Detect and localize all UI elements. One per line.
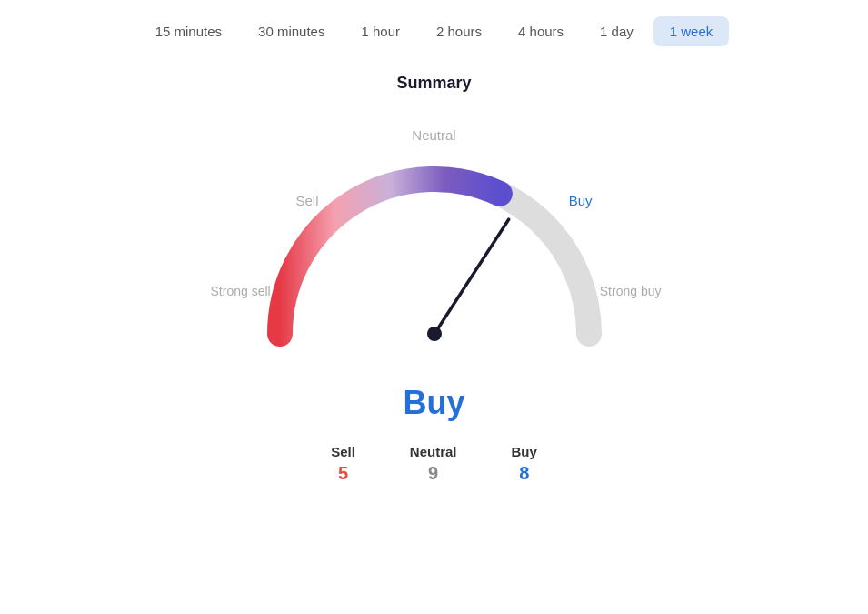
stat-value-buy: 8 — [519, 463, 529, 484]
svg-point-1 — [427, 327, 442, 341]
stats-row: Sell5Neutral9Buy8 — [331, 444, 537, 484]
stat-label-buy: Buy — [512, 444, 537, 459]
summary-title: Summary — [396, 74, 471, 93]
stat-value-neutral: 9 — [428, 463, 438, 484]
stat-item-buy: Buy8 — [512, 444, 537, 484]
stat-item-neutral: Neutral9 — [410, 444, 457, 484]
time-tab-30-minutes[interactable]: 30 minutes — [242, 16, 341, 46]
time-tab-1-day[interactable]: 1 day — [584, 16, 650, 46]
time-tab-2-hours[interactable]: 2 hours — [420, 16, 498, 46]
summary-section: Summary Neutral Sell Buy Strong sell Str… — [0, 74, 868, 422]
result-label: Buy — [403, 384, 464, 422]
time-filter-tabs: 15 minutes30 minutes1 hour2 hours4 hours… — [139, 16, 730, 46]
stat-item-sell: Sell5 — [331, 444, 355, 484]
time-tab-1-week[interactable]: 1 week — [653, 16, 730, 46]
time-tab-4-hours[interactable]: 4 hours — [502, 16, 580, 46]
gauge-wrapper: Neutral Sell Buy Strong sell Strong buy — [198, 102, 671, 375]
gauge-svg — [198, 102, 671, 375]
stat-label-sell: Sell — [331, 444, 355, 459]
svg-line-0 — [434, 219, 509, 334]
time-tab-1-hour[interactable]: 1 hour — [344, 16, 416, 46]
stat-label-neutral: Neutral — [410, 444, 457, 459]
stat-value-sell: 5 — [338, 463, 348, 484]
time-tab-15-minutes[interactable]: 15 minutes — [139, 16, 238, 46]
